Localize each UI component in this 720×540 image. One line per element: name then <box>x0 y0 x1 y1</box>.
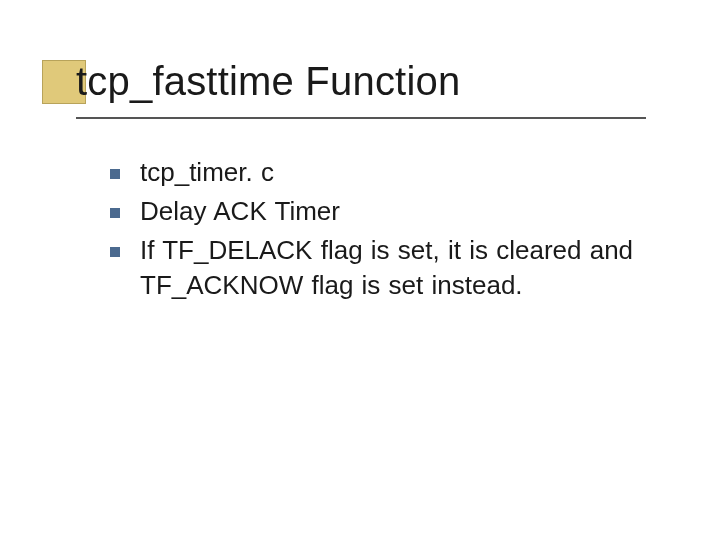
bullet-text: tcp_timer. c <box>140 155 274 190</box>
bullet-icon <box>110 169 120 179</box>
body-area: tcp_timer. c Delay ACK Timer If TF_DELAC… <box>110 155 660 307</box>
list-item: tcp_timer. c <box>110 155 660 190</box>
bullet-text: If TF_DELACK flag is set, it is cleared … <box>140 233 660 303</box>
title-area: tcp_fasttime Function <box>76 58 670 104</box>
slide-title: tcp_fasttime Function <box>76 58 670 104</box>
bullet-icon <box>110 208 120 218</box>
bullet-text: Delay ACK Timer <box>140 194 340 229</box>
bullet-icon <box>110 247 120 257</box>
list-item: Delay ACK Timer <box>110 194 660 229</box>
slide: tcp_fasttime Function tcp_timer. c Delay… <box>0 0 720 540</box>
title-underline <box>76 117 646 119</box>
list-item: If TF_DELACK flag is set, it is cleared … <box>110 233 660 303</box>
